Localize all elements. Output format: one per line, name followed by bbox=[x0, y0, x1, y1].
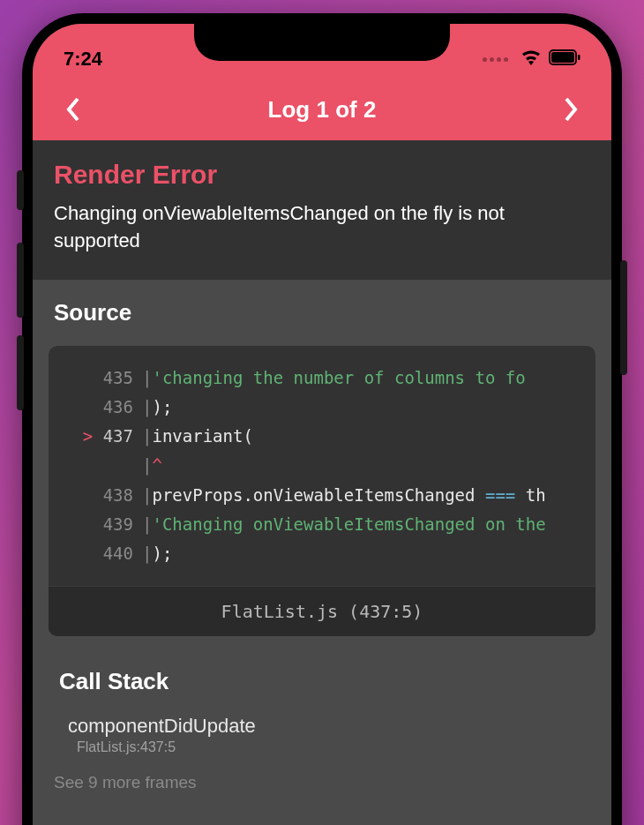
status-time: 7:24 bbox=[64, 48, 102, 71]
call-stack-title: Call Stack bbox=[54, 668, 595, 695]
frame-location: FlatList.js:437:5 bbox=[68, 739, 595, 755]
code-line: 439 | 'Changing onViewableItemsChanged o… bbox=[61, 510, 583, 539]
source-code[interactable]: 435 | 'changing the number of columns to… bbox=[49, 346, 595, 587]
source-section-title: Source bbox=[49, 299, 595, 326]
next-log-button[interactable] bbox=[553, 92, 588, 127]
code-line: 436 |); bbox=[61, 393, 583, 422]
prev-log-button[interactable] bbox=[56, 92, 91, 127]
code-line: 435 | 'changing the number of columns to… bbox=[61, 364, 583, 393]
wifi-icon bbox=[520, 49, 542, 70]
error-title: Render Error bbox=[54, 160, 590, 190]
log-nav-bar: Log 1 of 2 bbox=[33, 79, 611, 140]
error-header: Render Error Changing onViewableItemsCha… bbox=[33, 140, 611, 280]
phone-inner: 7:24 Log 1 of 2 bbox=[33, 24, 611, 825]
call-stack-section: Call Stack componentDidUpdate FlatList.j… bbox=[49, 668, 595, 792]
phone-frame: 7:24 Log 1 of 2 bbox=[22, 13, 622, 825]
code-line: |^ bbox=[61, 451, 583, 480]
recording-dots-icon bbox=[483, 57, 508, 62]
frame-function-name: componentDidUpdate bbox=[68, 715, 595, 738]
svg-rect-2 bbox=[578, 55, 580, 60]
chevron-left-icon bbox=[65, 96, 81, 123]
stack-frame[interactable]: componentDidUpdate FlatList.js:437:5 bbox=[54, 715, 595, 755]
log-body[interactable]: Source 435 | 'changing the number of col… bbox=[33, 280, 611, 825]
screen: 7:24 Log 1 of 2 bbox=[33, 24, 611, 825]
code-line: 438 | prevProps.onViewableItemsChanged =… bbox=[61, 481, 583, 510]
svg-rect-1 bbox=[551, 52, 574, 63]
code-line: 437 |invariant( bbox=[61, 422, 583, 451]
volume-up bbox=[17, 243, 24, 318]
see-more-frames-button[interactable]: See 9 more frames bbox=[54, 773, 595, 792]
volume-down bbox=[17, 335, 24, 410]
status-icons bbox=[483, 49, 580, 70]
error-message: Changing onViewableItemsChanged on the f… bbox=[54, 200, 590, 255]
chevron-right-icon bbox=[563, 96, 579, 123]
device-notch bbox=[194, 24, 450, 61]
source-location: FlatList.js (437:5) bbox=[49, 586, 595, 636]
source-block: 435 | 'changing the number of columns to… bbox=[49, 346, 595, 637]
volume-switch bbox=[17, 170, 24, 210]
code-line: 440 |); bbox=[61, 539, 583, 568]
battery-icon bbox=[549, 49, 580, 69]
log-counter-title: Log 1 of 2 bbox=[268, 96, 377, 124]
power-button bbox=[620, 260, 627, 375]
